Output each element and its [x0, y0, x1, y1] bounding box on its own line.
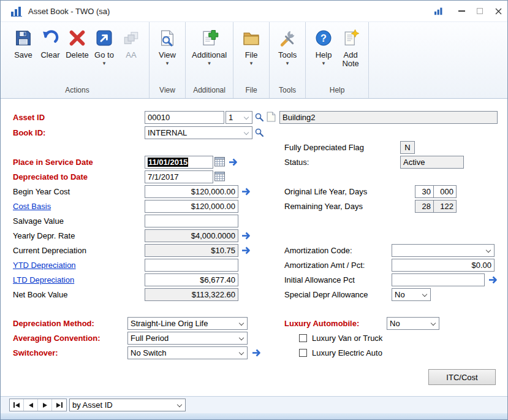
ytd-depreciation-link[interactable]: YTD Depreciation — [13, 259, 76, 272]
itc-cost-button[interactable]: ITC/Cost — [428, 369, 496, 385]
chevron-down-icon — [239, 335, 244, 340]
switchover-combo[interactable]: No Switch — [127, 346, 248, 359]
previous-record-button[interactable] — [24, 399, 38, 411]
expansion-arrow-icon — [251, 348, 262, 357]
luxury-electric-auto-checkbox[interactable] — [299, 349, 307, 357]
original-life-label: Original Life Year, Days — [284, 185, 367, 198]
expansion-arrow-icon — [488, 275, 498, 284]
expansion-arrow-icon — [228, 158, 238, 167]
remaining-life-label: Remaining Year, Days — [284, 200, 363, 213]
chevron-down-icon — [239, 350, 244, 355]
begin-year-cost-expansion-button[interactable] — [241, 187, 251, 196]
asset-description-field: Building2 — [279, 111, 498, 124]
luxury-automobile-label: Luxury Automobile: — [284, 317, 359, 330]
chevron-down-icon: ▾ — [250, 61, 253, 66]
additional-icon — [200, 27, 219, 49]
record-navigation-bar: by Asset ID — [1, 396, 507, 413]
minimize-button[interactable] — [452, 1, 471, 21]
last-record-button[interactable] — [52, 399, 66, 411]
amortization-code-combo[interactable] — [392, 244, 495, 257]
book-lookup-button[interactable] — [254, 128, 264, 137]
place-in-service-date-field[interactable]: 11/01/2015 — [145, 156, 213, 169]
app-logo-icon — [10, 6, 23, 17]
status-label: Status: — [284, 156, 309, 169]
initial-allowance-pct-field[interactable] — [392, 273, 485, 286]
asset-lookup-button[interactable] — [254, 112, 264, 122]
cost-basis-field[interactable]: $120,000.00 — [145, 200, 238, 213]
close-button[interactable] — [489, 1, 507, 21]
yearly-depr-rate-expansion-button[interactable] — [241, 231, 251, 240]
original-life-days-field[interactable]: 000 — [433, 185, 457, 198]
fully-depreciated-flag-field: N — [400, 141, 415, 154]
clear-button[interactable]: Clear — [37, 23, 64, 59]
goto-button[interactable]: Go to ▾ — [91, 23, 118, 66]
original-life-years-field[interactable]: 30 — [415, 185, 434, 198]
amortization-amt-pct-field[interactable]: $0.00 — [392, 259, 495, 272]
save-button[interactable]: Save — [10, 23, 37, 59]
svg-text:?: ? — [320, 32, 327, 44]
previous-record-icon — [29, 403, 33, 408]
asset-note-button[interactable] — [267, 112, 276, 122]
amortization-amt-pct-label: Amortization Amt / Pct: — [284, 259, 365, 272]
asset-suffix-combo[interactable]: 1 — [226, 111, 252, 124]
view-button[interactable]: View ▾ — [154, 23, 181, 66]
chevron-down-icon — [244, 130, 249, 135]
chevron-down-icon: ▾ — [286, 61, 289, 66]
ytd-depreciation-field[interactable] — [145, 259, 238, 272]
sort-by-combo[interactable]: by Asset ID — [69, 399, 186, 411]
remaining-life-years-field: 28 — [415, 200, 434, 213]
calendar-icon — [214, 156, 225, 167]
switchover-expansion-button[interactable] — [251, 348, 262, 357]
salvage-value-field[interactable] — [145, 215, 238, 227]
luxury-automobile-combo[interactable]: No — [387, 317, 439, 330]
add-note-button[interactable]: Add Note — [337, 23, 364, 68]
add-note-icon — [341, 27, 360, 49]
yearly-depr-rate-field: $4,000.0000 — [145, 229, 238, 242]
chevron-down-icon: ▾ — [166, 61, 169, 66]
luxury-electric-auto-label: Luxury Electric Auto — [312, 346, 382, 359]
file-button[interactable]: File ▾ — [238, 23, 265, 66]
current-depreciation-expansion-button[interactable] — [241, 246, 251, 255]
view-icon — [158, 27, 176, 49]
chevron-down-icon — [431, 321, 436, 326]
place-in-service-calendar-button[interactable] — [214, 156, 225, 167]
salvage-value-label: Salvage Value — [13, 215, 64, 227]
help-button[interactable]: ? Help ▾ — [310, 23, 337, 66]
next-record-icon — [43, 403, 47, 408]
first-record-button[interactable] — [10, 399, 24, 411]
tools-icon — [278, 27, 297, 49]
next-record-button[interactable] — [38, 399, 52, 411]
window-title: Asset Book - TWO (sa) — [28, 7, 110, 16]
last-record-icon — [56, 403, 61, 408]
cost-basis-link[interactable]: Cost Basis — [13, 200, 51, 213]
additional-button[interactable]: Additional ▾ — [190, 23, 229, 66]
book-id-combo[interactable]: INTERNAL — [145, 126, 252, 139]
luxury-van-or-truck-checkbox[interactable] — [299, 334, 307, 342]
depreciated-to-calendar-button[interactable] — [214, 171, 225, 181]
begin-year-cost-field[interactable]: $120,000.00 — [145, 185, 238, 198]
delete-icon — [68, 27, 86, 49]
asset-id-field[interactable]: 00010 — [145, 111, 224, 124]
initial-allowance-expansion-button[interactable] — [488, 275, 498, 284]
expansion-arrow-icon — [241, 187, 251, 196]
chevron-down-icon: ▾ — [208, 61, 211, 66]
depreciation-method-label: Depreciation Method: — [13, 317, 94, 330]
ltd-depreciation-link[interactable]: LTD Depreciation — [13, 273, 74, 286]
special-depr-allowance-combo[interactable]: No — [392, 288, 431, 301]
tools-button[interactable]: Tools ▾ — [274, 23, 301, 66]
depreciation-method-combo[interactable]: Straight-Line Orig Life — [127, 317, 248, 330]
current-depreciation-label: Current Depreciation — [13, 244, 86, 257]
delete-button[interactable]: Delete — [64, 23, 91, 59]
chevron-down-icon: ▾ — [103, 61, 106, 66]
special-depr-allowance-label: Special Depr Allowance — [284, 288, 368, 301]
place-in-service-expansion-button[interactable] — [228, 158, 238, 167]
depreciated-to-date-field[interactable]: 7/1/2017 — [145, 170, 213, 183]
averaging-convention-combo[interactable]: Full Period — [127, 332, 248, 345]
first-record-icon — [15, 403, 20, 408]
help-icon: ? — [314, 27, 333, 49]
chevron-down-icon — [239, 321, 244, 326]
switchover-label: Switchover: — [13, 346, 58, 359]
ltd-depreciation-field[interactable]: $6,677.40 — [145, 273, 238, 286]
remaining-life-days-field: 122 — [433, 200, 457, 213]
toolbar-group-help: ? Help ▾ Add Note Help — [306, 22, 369, 98]
